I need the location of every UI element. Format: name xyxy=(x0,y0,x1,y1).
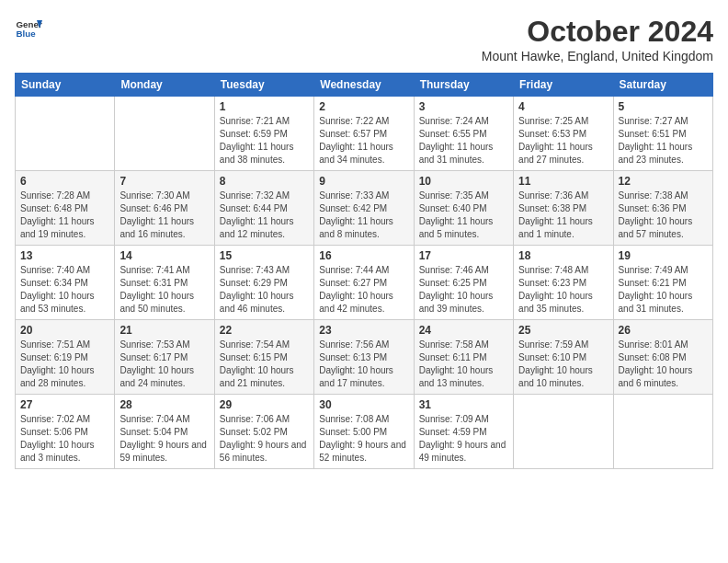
calendar-cell: 16Sunrise: 7:44 AMSunset: 6:27 PMDayligh… xyxy=(314,246,414,320)
calendar-cell: 12Sunrise: 7:38 AMSunset: 6:36 PMDayligh… xyxy=(613,171,712,246)
calendar-cell xyxy=(115,97,214,171)
weekday-header-saturday: Saturday xyxy=(613,74,712,97)
day-number: 6 xyxy=(20,175,109,188)
calendar-cell: 1Sunrise: 7:21 AMSunset: 6:59 PMDaylight… xyxy=(214,97,313,171)
day-info: Sunrise: 7:46 AMSunset: 6:25 PMDaylight:… xyxy=(419,264,508,316)
day-info: Sunrise: 7:22 AMSunset: 6:57 PMDaylight:… xyxy=(319,115,408,167)
day-info: Sunrise: 7:43 AMSunset: 6:29 PMDaylight:… xyxy=(220,264,309,316)
calendar-cell: 20Sunrise: 7:51 AMSunset: 6:19 PMDayligh… xyxy=(16,320,115,395)
calendar-cell: 29Sunrise: 7:06 AMSunset: 5:02 PMDayligh… xyxy=(214,395,313,469)
day-number: 4 xyxy=(518,100,608,113)
day-info: Sunrise: 7:44 AMSunset: 6:27 PMDaylight:… xyxy=(319,264,408,316)
calendar-week-3: 13Sunrise: 7:40 AMSunset: 6:34 PMDayligh… xyxy=(16,246,713,320)
day-info: Sunrise: 7:30 AMSunset: 6:46 PMDaylight:… xyxy=(119,190,209,241)
calendar-cell: 27Sunrise: 7:02 AMSunset: 5:06 PMDayligh… xyxy=(16,395,115,469)
day-number: 18 xyxy=(518,249,608,262)
day-info: Sunrise: 7:48 AMSunset: 6:23 PMDaylight:… xyxy=(518,264,608,316)
day-number: 8 xyxy=(220,175,309,188)
calendar-cell: 14Sunrise: 7:41 AMSunset: 6:31 PMDayligh… xyxy=(115,246,214,320)
day-number: 9 xyxy=(319,175,408,188)
calendar-cell: 15Sunrise: 7:43 AMSunset: 6:29 PMDayligh… xyxy=(214,246,313,320)
day-number: 21 xyxy=(119,324,209,337)
day-info: Sunrise: 7:28 AMSunset: 6:48 PMDaylight:… xyxy=(20,190,109,241)
day-number: 2 xyxy=(319,100,408,113)
day-info: Sunrise: 7:08 AMSunset: 5:00 PMDaylight:… xyxy=(319,413,408,465)
day-info: Sunrise: 7:49 AMSunset: 6:21 PMDaylight:… xyxy=(619,264,708,316)
day-number: 3 xyxy=(419,100,508,113)
day-number: 7 xyxy=(119,175,209,188)
calendar-week-5: 27Sunrise: 7:02 AMSunset: 5:06 PMDayligh… xyxy=(16,395,713,469)
day-number: 14 xyxy=(119,249,209,262)
day-number: 22 xyxy=(220,324,309,337)
calendar-cell: 19Sunrise: 7:49 AMSunset: 6:21 PMDayligh… xyxy=(613,246,712,320)
calendar-cell: 28Sunrise: 7:04 AMSunset: 5:04 PMDayligh… xyxy=(115,395,214,469)
logo-icon: General Blue xyxy=(15,15,42,42)
calendar-cell: 5Sunrise: 7:27 AMSunset: 6:51 PMDaylight… xyxy=(613,97,712,171)
calendar-cell: 10Sunrise: 7:35 AMSunset: 6:40 PMDayligh… xyxy=(414,171,513,246)
weekday-header-row: SundayMondayTuesdayWednesdayThursdayFrid… xyxy=(16,74,713,97)
day-number: 31 xyxy=(419,398,508,411)
day-info: Sunrise: 7:06 AMSunset: 5:02 PMDaylight:… xyxy=(220,413,309,465)
day-number: 26 xyxy=(619,324,708,337)
calendar-cell: 26Sunrise: 8:01 AMSunset: 6:08 PMDayligh… xyxy=(613,320,712,395)
day-info: Sunrise: 7:58 AMSunset: 6:11 PMDaylight:… xyxy=(419,339,508,390)
title-block: October 2024 Mount Hawke, England, Unite… xyxy=(482,15,713,63)
calendar-cell: 2Sunrise: 7:22 AMSunset: 6:57 PMDaylight… xyxy=(314,97,414,171)
day-number: 11 xyxy=(518,175,608,188)
calendar-cell: 4Sunrise: 7:25 AMSunset: 6:53 PMDaylight… xyxy=(514,97,613,171)
day-number: 23 xyxy=(319,324,408,337)
day-info: Sunrise: 7:36 AMSunset: 6:38 PMDaylight:… xyxy=(518,190,608,241)
day-info: Sunrise: 7:33 AMSunset: 6:42 PMDaylight:… xyxy=(319,190,408,241)
day-number: 25 xyxy=(518,324,608,337)
location-subtitle: Mount Hawke, England, United Kingdom xyxy=(482,49,713,63)
day-number: 5 xyxy=(619,100,708,113)
calendar-cell: 25Sunrise: 7:59 AMSunset: 6:10 PMDayligh… xyxy=(514,320,613,395)
day-info: Sunrise: 7:21 AMSunset: 6:59 PMDaylight:… xyxy=(220,115,309,167)
day-info: Sunrise: 7:32 AMSunset: 6:44 PMDaylight:… xyxy=(220,190,309,241)
day-number: 30 xyxy=(319,398,408,411)
day-info: Sunrise: 7:53 AMSunset: 6:17 PMDaylight:… xyxy=(119,339,209,390)
calendar-cell: 9Sunrise: 7:33 AMSunset: 6:42 PMDaylight… xyxy=(314,171,414,246)
day-info: Sunrise: 7:51 AMSunset: 6:19 PMDaylight:… xyxy=(20,339,109,390)
day-number: 10 xyxy=(419,175,508,188)
day-info: Sunrise: 7:04 AMSunset: 5:04 PMDaylight:… xyxy=(119,413,209,465)
calendar-cell: 23Sunrise: 7:56 AMSunset: 6:13 PMDayligh… xyxy=(314,320,414,395)
day-info: Sunrise: 7:27 AMSunset: 6:51 PMDaylight:… xyxy=(619,115,708,167)
calendar-cell: 31Sunrise: 7:09 AMSunset: 4:59 PMDayligh… xyxy=(414,395,513,469)
calendar-cell: 24Sunrise: 7:58 AMSunset: 6:11 PMDayligh… xyxy=(414,320,513,395)
calendar-cell xyxy=(16,97,115,171)
day-info: Sunrise: 7:24 AMSunset: 6:55 PMDaylight:… xyxy=(419,115,508,167)
day-number: 24 xyxy=(419,324,508,337)
calendar-cell: 13Sunrise: 7:40 AMSunset: 6:34 PMDayligh… xyxy=(16,246,115,320)
page-header: General Blue October 2024 Mount Hawke, E… xyxy=(15,15,713,63)
day-number: 29 xyxy=(220,398,309,411)
day-number: 28 xyxy=(119,398,209,411)
weekday-header-tuesday: Tuesday xyxy=(214,74,313,97)
day-info: Sunrise: 7:02 AMSunset: 5:06 PMDaylight:… xyxy=(20,413,109,465)
day-info: Sunrise: 7:25 AMSunset: 6:53 PMDaylight:… xyxy=(518,115,608,167)
calendar-cell: 3Sunrise: 7:24 AMSunset: 6:55 PMDaylight… xyxy=(414,97,513,171)
calendar-week-2: 6Sunrise: 7:28 AMSunset: 6:48 PMDaylight… xyxy=(16,171,713,246)
day-info: Sunrise: 7:09 AMSunset: 4:59 PMDaylight:… xyxy=(419,413,508,465)
logo: General Blue xyxy=(15,15,42,42)
day-info: Sunrise: 8:01 AMSunset: 6:08 PMDaylight:… xyxy=(619,339,708,390)
weekday-header-friday: Friday xyxy=(514,74,613,97)
day-info: Sunrise: 7:35 AMSunset: 6:40 PMDaylight:… xyxy=(419,190,508,241)
svg-text:Blue: Blue xyxy=(17,29,37,39)
day-number: 19 xyxy=(619,249,708,262)
day-number: 20 xyxy=(20,324,109,337)
day-info: Sunrise: 7:38 AMSunset: 6:36 PMDaylight:… xyxy=(619,190,708,241)
day-info: Sunrise: 7:40 AMSunset: 6:34 PMDaylight:… xyxy=(20,264,109,316)
day-number: 13 xyxy=(20,249,109,262)
calendar-cell: 6Sunrise: 7:28 AMSunset: 6:48 PMDaylight… xyxy=(16,171,115,246)
day-number: 17 xyxy=(419,249,508,262)
weekday-header-wednesday: Wednesday xyxy=(314,74,414,97)
day-info: Sunrise: 7:56 AMSunset: 6:13 PMDaylight:… xyxy=(319,339,408,390)
calendar-table: SundayMondayTuesdayWednesdayThursdayFrid… xyxy=(15,73,713,469)
day-info: Sunrise: 7:41 AMSunset: 6:31 PMDaylight:… xyxy=(119,264,209,316)
calendar-cell: 22Sunrise: 7:54 AMSunset: 6:15 PMDayligh… xyxy=(214,320,313,395)
calendar-cell xyxy=(514,395,613,469)
weekday-header-sunday: Sunday xyxy=(16,74,115,97)
day-number: 15 xyxy=(220,249,309,262)
calendar-cell: 18Sunrise: 7:48 AMSunset: 6:23 PMDayligh… xyxy=(514,246,613,320)
